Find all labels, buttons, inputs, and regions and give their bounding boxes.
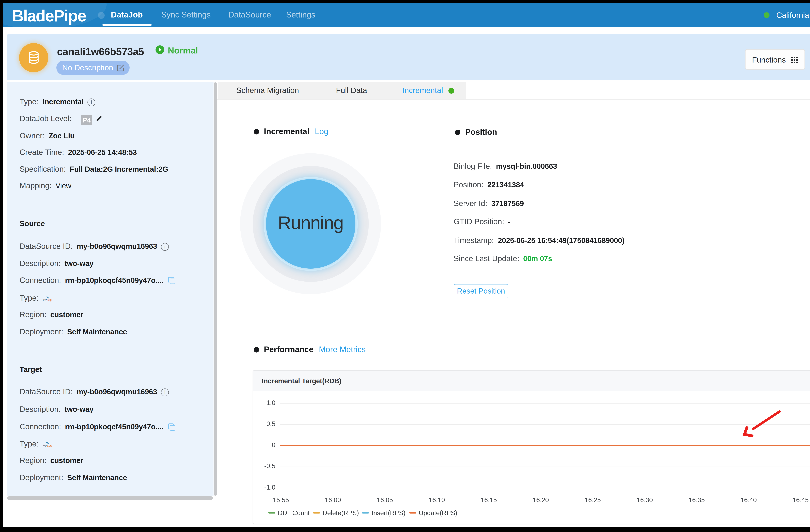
- svg-text:SQL: SQL: [47, 444, 52, 447]
- svg-text:My: My: [43, 298, 47, 301]
- svg-text:SQL: SQL: [47, 299, 52, 302]
- svg-text:My: My: [43, 444, 47, 447]
